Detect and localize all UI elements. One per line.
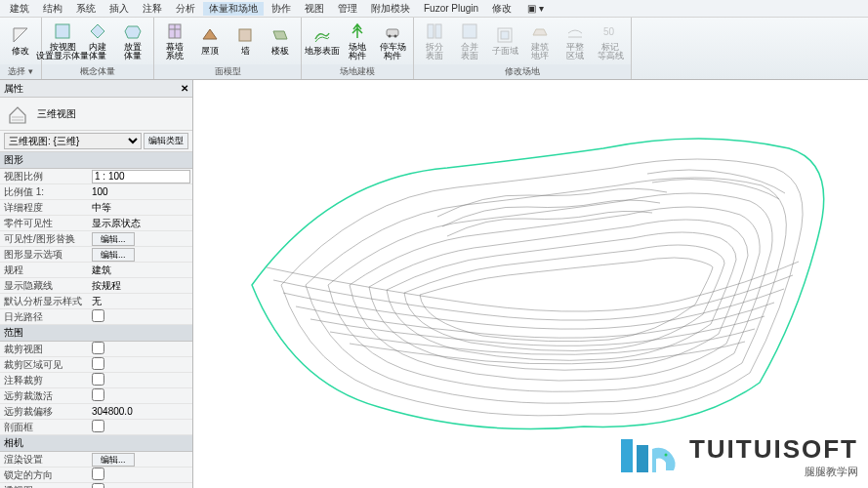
prop-row: 远剪裁偏移304800.0 [0, 404, 192, 420]
svg-point-19 [664, 454, 667, 457]
pad-icon [530, 21, 550, 41]
svg-rect-12 [501, 31, 509, 39]
svg-text:50: 50 [603, 26, 615, 37]
prop-row: 裁剪视图 [0, 342, 192, 357]
prop-category: 范围 [0, 325, 192, 342]
svg-point-7 [394, 34, 397, 37]
prop-edit-button[interactable]: 编辑... [92, 453, 135, 467]
ribbon-group-label: 概念体量 [42, 64, 153, 79]
prop-row: 剖面框 [0, 420, 192, 435]
label-icon: 50 [600, 21, 620, 41]
svg-rect-9 [435, 24, 441, 38]
prop-row: 视图比例 [0, 169, 192, 184]
prop-edit-button[interactable]: 编辑... [92, 232, 135, 246]
menu-item[interactable]: 协作 [266, 2, 297, 16]
prop-checkbox[interactable] [92, 373, 104, 386]
menu-item[interactable]: 系统 [70, 2, 102, 16]
ribbon-wall-button[interactable]: 墙 [228, 18, 262, 64]
prop-checkbox[interactable] [92, 468, 104, 480]
ribbon: 修改选择 ▾按视图 设置显示体量内建 体量放置 体量概念体量幕墙 系统屋顶墙楼板… [0, 18, 868, 80]
properties-title: 属性 [4, 82, 23, 96]
ribbon-pad-button[interactable]: 建筑 地坪 [523, 18, 557, 64]
properties-grid: 图形视图比例比例值 1:100详细程度中等零件可见性显示原状态可见性/图形替换编… [0, 152, 192, 488]
prop-checkbox[interactable] [92, 357, 104, 370]
house3d-icon [6, 103, 29, 125]
ribbon-place-button[interactable]: 放置 体量 [116, 18, 149, 64]
prop-input[interactable] [92, 170, 190, 183]
prop-checkbox[interactable] [92, 420, 104, 432]
prop-row: 注释裁剪 [0, 373, 192, 388]
ribbon-inplace-button[interactable]: 内建 体量 [81, 18, 114, 64]
prop-checkbox[interactable] [92, 388, 104, 401]
ribbon-split-button[interactable]: 拆分 表面 [418, 18, 451, 64]
menu-item[interactable]: 附加模块 [365, 2, 416, 16]
ribbon-cwall-button[interactable]: 幕墙 系统 [158, 18, 191, 64]
sitecmp-icon [348, 21, 367, 41]
ribbon-floor-button[interactable]: 楼板 [264, 18, 297, 64]
ribbon-parking-button[interactable]: 停车场 构件 [376, 18, 409, 64]
ribbon-subregion-button[interactable]: 子面域 [488, 18, 521, 64]
menu-item[interactable]: 注释 [137, 2, 168, 16]
place-icon [123, 21, 143, 41]
ribbon-modify-button[interactable]: 修改 [4, 18, 37, 64]
prop-row: 详细程度中等 [0, 200, 192, 216]
ribbon-massvis-button[interactable]: 按视图 设置显示体量 [46, 18, 79, 64]
watermark-subtitle: 腿腿教学网 [689, 465, 858, 479]
prop-row: 锁定的方向 [0, 468, 192, 483]
prop-checkbox[interactable] [92, 309, 104, 322]
prop-category: 相机 [0, 435, 192, 452]
ribbon-roof-button[interactable]: 屋顶 [193, 18, 227, 64]
type-selector-row[interactable]: 三维视图 [0, 98, 192, 131]
modify-icon [11, 25, 30, 45]
instance-selector-row: 三维视图: {三维} 编辑类型 [0, 131, 192, 152]
menu-item[interactable]: 修改 [486, 2, 517, 16]
prop-row: 比例值 1:100 [0, 184, 192, 200]
inplace-icon [88, 21, 107, 41]
parking-icon [383, 21, 402, 41]
wall-icon [235, 25, 255, 45]
properties-panel: 属性 ✕ 三维视图 三维视图: {三维} 编辑类型 图形视图比例比例值 1:10… [0, 80, 193, 488]
ribbon-sitecmp-button[interactable]: 场地 构件 [341, 18, 374, 64]
prop-row: 图形显示选项编辑... [0, 247, 192, 263]
topo-icon [312, 25, 332, 45]
prop-row: 规程建筑 [0, 263, 192, 278]
subregion-icon [495, 25, 515, 45]
viewport-canvas[interactable]: TUITUISOFT 腿腿教学网 [193, 80, 868, 488]
menu-item[interactable]: 结构 [37, 2, 68, 16]
ribbon-graded-button[interactable]: 平整 区域 [558, 18, 592, 64]
menu-item[interactable]: 分析 [170, 2, 201, 16]
svg-point-6 [389, 34, 392, 37]
elephant-logo-icon [615, 431, 683, 482]
close-icon[interactable]: ✕ [181, 83, 188, 94]
svg-marker-14 [10, 107, 25, 123]
menu-item[interactable]: 体量和场地 [203, 2, 264, 16]
instance-select[interactable]: 三维视图: {三维} [4, 133, 142, 149]
ribbon-topo-button[interactable]: 地形表面 [306, 18, 339, 64]
menu-item[interactable]: 建筑 [4, 2, 35, 16]
graded-icon [565, 21, 585, 41]
prop-checkbox[interactable] [92, 483, 104, 488]
prop-checkbox[interactable] [92, 342, 104, 354]
watermark-title: TUITUISOFT [689, 434, 858, 465]
svg-rect-5 [387, 29, 398, 36]
massvis-icon [53, 21, 72, 41]
prop-edit-button[interactable]: 编辑... [92, 248, 135, 262]
ribbon-label-button[interactable]: 50标记 等高线 [594, 18, 627, 64]
ribbon-merge-button[interactable]: 合并 表面 [453, 18, 486, 64]
svg-rect-0 [56, 24, 69, 38]
menu-item[interactable]: 视图 [299, 2, 330, 16]
svg-rect-8 [428, 24, 434, 38]
properties-title-bar: 属性 ✕ [0, 80, 192, 98]
main-area: 属性 ✕ 三维视图 三维视图: {三维} 编辑类型 图形视图比例比例值 1:10… [0, 80, 868, 488]
svg-rect-18 [637, 445, 648, 472]
prop-row: 可见性/图形替换编辑... [0, 231, 192, 247]
edit-type-button[interactable]: 编辑类型 [144, 133, 188, 149]
menu-bar: 建筑结构系统插入注释分析体量和场地协作视图管理附加模块Fuzor Plugin修… [0, 0, 868, 18]
ribbon-group-label: 选择 ▾ [0, 64, 41, 79]
type-label: 三维视图 [37, 107, 76, 121]
menu-overflow-icon[interactable]: ▣ ▾ [521, 3, 550, 14]
menu-item[interactable]: 插入 [103, 2, 135, 16]
menu-item[interactable]: 管理 [332, 2, 363, 16]
split-icon [425, 21, 444, 41]
menu-item[interactable]: Fuzor Plugin [418, 3, 484, 14]
